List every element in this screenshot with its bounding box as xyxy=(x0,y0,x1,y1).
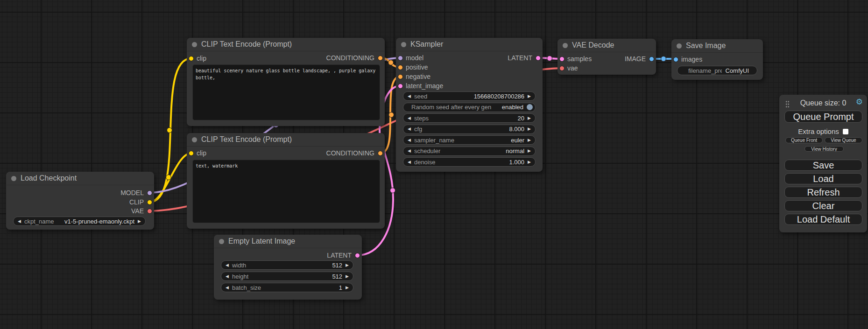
link-dot xyxy=(388,60,394,65)
link-dot xyxy=(389,112,394,118)
output-port-vae[interactable] xyxy=(147,209,152,214)
increment-arrow-icon[interactable]: ▶ xyxy=(528,116,531,120)
extra-options-checkbox[interactable] xyxy=(843,129,848,134)
decrement-arrow-icon[interactable]: ◀ xyxy=(408,127,411,131)
decrement-arrow-icon[interactable]: ◀ xyxy=(408,160,411,164)
decrement-arrow-icon[interactable]: ◀ xyxy=(408,116,411,120)
widget-batch-size[interactable]: ◀ batch_size 1 ▶ xyxy=(221,283,353,292)
increment-arrow-icon[interactable]: ▶ xyxy=(346,274,349,279)
view-history-button[interactable]: View History xyxy=(804,146,844,152)
view-queue-button[interactable]: View Queue xyxy=(825,137,862,143)
node-title-bar[interactable]: VAE Decode xyxy=(557,39,656,52)
prompt-textarea[interactable]: text, watermark xyxy=(192,160,380,223)
input-port-clip[interactable] xyxy=(189,56,194,61)
widget-cfg[interactable]: ◀ cfg 8.000 ▶ xyxy=(403,125,536,134)
output-label-latent: LATENT xyxy=(508,54,532,62)
output-port-conditioning[interactable] xyxy=(378,151,383,156)
node-collapse-dot[interactable] xyxy=(192,137,197,142)
queue-prompt-button[interactable]: Queue Prompt xyxy=(784,111,862,123)
load-default-button[interactable]: Load Default xyxy=(784,214,862,225)
input-port-negative[interactable] xyxy=(398,74,403,79)
node-save-image[interactable]: Save Image images filename_prefix ComfyU… xyxy=(671,39,763,80)
node-clip-text-encode-positive[interactable]: CLIP Text Encode (Prompt) clip CONDITION… xyxy=(187,38,385,126)
widget-value: 1 xyxy=(339,284,342,291)
decrement-arrow-icon[interactable]: ◀ xyxy=(408,138,411,142)
increment-arrow-icon[interactable]: ▶ xyxy=(138,219,141,224)
link-dot xyxy=(390,188,395,193)
output-port-image[interactable] xyxy=(649,56,654,62)
widget-filename-prefix[interactable]: filename_prefix ComfyUI xyxy=(677,66,757,75)
widget-ckpt-name[interactable]: ◀ ckpt_name v1-5-pruned-emaonly.ckpt ▶ xyxy=(13,217,146,226)
widget-label: scheduler xyxy=(414,147,440,154)
increment-arrow-icon[interactable]: ▶ xyxy=(528,138,531,142)
input-port-positive[interactable] xyxy=(398,65,403,70)
node-ksampler[interactable]: KSampler model positive negative latent_… xyxy=(396,38,543,172)
decrement-arrow-icon[interactable]: ◀ xyxy=(408,94,411,98)
extra-options-label: Extra options xyxy=(798,127,839,135)
node-collapse-dot[interactable] xyxy=(192,42,197,47)
node-title-bar[interactable]: Empty Latent Image xyxy=(214,235,362,248)
increment-arrow-icon[interactable]: ▶ xyxy=(346,263,349,267)
queue-front-button[interactable]: Queue Front xyxy=(785,137,823,143)
output-port-model[interactable] xyxy=(147,190,152,196)
increment-arrow-icon[interactable]: ▶ xyxy=(346,286,349,290)
input-port-latent-image[interactable] xyxy=(398,84,403,89)
node-title: Save Image xyxy=(686,42,726,50)
widget-value: enabled xyxy=(502,104,523,111)
output-port-latent[interactable] xyxy=(355,253,360,258)
node-load-checkpoint[interactable]: Load Checkpoint MODEL CLIP VAE ◀ ckpt_na… xyxy=(6,172,154,230)
widget-scheduler[interactable]: ◀ scheduler normal ▶ xyxy=(403,147,536,156)
input-port-samples[interactable] xyxy=(559,56,565,62)
increment-arrow-icon[interactable]: ▶ xyxy=(528,149,531,153)
decrement-arrow-icon[interactable]: ◀ xyxy=(226,263,229,267)
increment-arrow-icon[interactable]: ▶ xyxy=(528,127,531,131)
input-port-model[interactable] xyxy=(398,56,403,61)
decrement-arrow-icon[interactable]: ◀ xyxy=(226,274,229,279)
increment-arrow-icon[interactable]: ▶ xyxy=(528,94,531,98)
output-port-conditioning[interactable] xyxy=(378,56,383,61)
node-title-bar[interactable]: Save Image xyxy=(671,39,763,53)
node-title-bar[interactable]: CLIP Text Encode (Prompt) xyxy=(187,133,385,147)
node-collapse-dot[interactable] xyxy=(563,43,568,48)
node-collapse-dot[interactable] xyxy=(11,176,16,181)
node-collapse-dot[interactable] xyxy=(401,42,406,47)
output-port-latent[interactable] xyxy=(536,56,541,61)
link-dot xyxy=(547,56,552,61)
node-title-bar[interactable]: Load Checkpoint xyxy=(6,172,154,185)
prompt-textarea[interactable]: beautiful scenery nature glass bottle la… xyxy=(192,64,380,120)
output-port-clip[interactable] xyxy=(147,200,152,205)
widget-value: 8.000 xyxy=(509,126,525,133)
decrement-arrow-icon[interactable]: ◀ xyxy=(18,219,21,224)
node-clip-text-encode-negative[interactable]: CLIP Text Encode (Prompt) clip CONDITION… xyxy=(187,133,385,229)
decrement-arrow-icon[interactable]: ◀ xyxy=(226,286,229,290)
node-collapse-dot[interactable] xyxy=(219,239,224,244)
decrement-arrow-icon[interactable]: ◀ xyxy=(408,149,411,153)
widget-value: 1.000 xyxy=(509,159,525,166)
toggle-knob[interactable] xyxy=(527,104,533,110)
node-empty-latent-image[interactable]: Empty Latent Image LATENT ◀ width 512 ▶ … xyxy=(214,235,362,300)
queue-size-label: Queue size: 0 xyxy=(779,99,867,107)
widget-seed[interactable]: ◀ seed 156680208700286 ▶ xyxy=(403,91,536,101)
node-vae-decode[interactable]: VAE Decode samples vae IMAGE xyxy=(557,39,656,75)
widget-random-seed-toggle[interactable]: Random seed after every gen enabled xyxy=(403,103,536,112)
increment-arrow-icon[interactable]: ▶ xyxy=(528,160,531,164)
clear-button[interactable]: Clear xyxy=(784,200,862,211)
input-port-clip[interactable] xyxy=(189,151,194,156)
widget-sampler-name[interactable]: ◀ sampler_name euler ▶ xyxy=(403,135,536,145)
input-port-vae[interactable] xyxy=(559,66,565,71)
input-label-vae: vae xyxy=(567,64,578,72)
node-title: CLIP Text Encode (Prompt) xyxy=(201,40,292,49)
link-dot xyxy=(166,175,171,180)
widget-height[interactable]: ◀ height 512 ▶ xyxy=(221,272,353,281)
gear-icon[interactable]: ⚙ xyxy=(856,98,863,106)
node-collapse-dot[interactable] xyxy=(677,43,682,49)
save-button[interactable]: Save xyxy=(784,160,862,171)
input-port-images[interactable] xyxy=(673,57,678,62)
widget-width[interactable]: ◀ width 512 ▶ xyxy=(221,260,353,270)
widget-denoise[interactable]: ◀ denoise 1.000 ▶ xyxy=(403,157,536,167)
node-title-bar[interactable]: KSampler xyxy=(396,38,543,51)
refresh-button[interactable]: Refresh xyxy=(784,187,862,198)
widget-steps[interactable]: ◀ steps 20 ▶ xyxy=(403,113,536,123)
node-title-bar[interactable]: CLIP Text Encode (Prompt) xyxy=(187,38,385,51)
load-button[interactable]: Load xyxy=(784,173,862,184)
